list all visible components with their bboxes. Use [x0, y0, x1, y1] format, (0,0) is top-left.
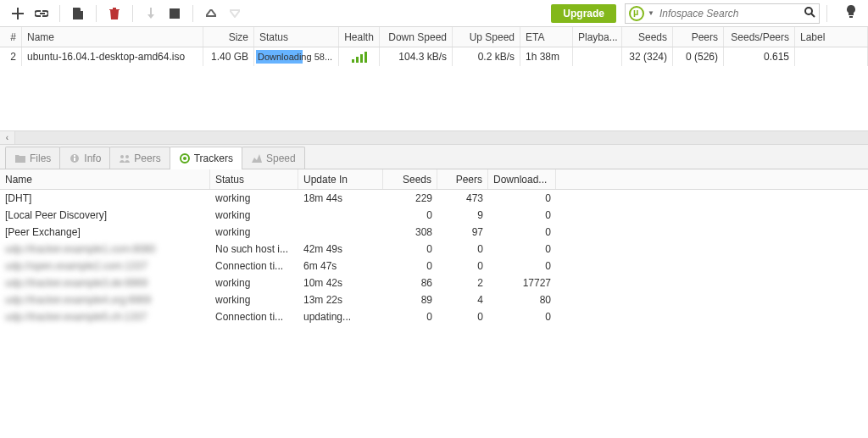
col-num-header[interactable]: #	[0, 27, 22, 47]
col-up-header[interactable]: Up Speed	[453, 27, 520, 47]
col-eta-header[interactable]: ETA	[520, 27, 573, 47]
tracker-seeds: 0	[383, 207, 437, 224]
col-seeds-header[interactable]: Seeds	[622, 27, 673, 47]
tracker-row[interactable]: [Local Peer Discovery]working090	[0, 207, 868, 224]
tracker-download: 0	[488, 308, 556, 325]
tracker-status: working	[210, 190, 298, 207]
tab-info[interactable]: Info	[59, 147, 110, 169]
tracker-update: 18m 44s	[298, 190, 383, 207]
search-provider-dropdown-icon[interactable]: ▼	[648, 9, 654, 17]
tracker-col-status[interactable]: Status	[210, 169, 298, 189]
col-down-header[interactable]: Down Speed	[380, 27, 453, 47]
tab-speed-label: Speed	[266, 152, 296, 164]
col-name-header[interactable]: Name	[22, 27, 203, 47]
tracker-col-seeds[interactable]: Seeds	[383, 169, 437, 189]
svg-rect-3	[74, 158, 75, 161]
tracker-update	[298, 207, 383, 224]
bulb-icon	[846, 5, 856, 19]
search-box[interactable]: µ ▼	[625, 3, 820, 24]
tracker-seeds: 89	[383, 291, 437, 308]
tracker-row[interactable]: udp://open.example2.com:1337Connection t…	[0, 258, 868, 274]
tab-files[interactable]: Files	[5, 147, 60, 169]
horizontal-scrollbar[interactable]: ‹	[0, 130, 868, 144]
tracker-col-update[interactable]: Update In	[298, 169, 383, 189]
torrent-sp-ratio: 0.615	[724, 47, 795, 66]
tracker-download: 17727	[488, 274, 556, 291]
tab-trackers[interactable]: Trackers	[170, 147, 242, 169]
tracker-peers: 97	[437, 224, 488, 241]
tab-info-label: Info	[84, 152, 101, 164]
torrent-name: ubuntu-16.04.1-desktop-amd64.iso	[22, 47, 203, 66]
tab-speed[interactable]: Speed	[242, 147, 305, 169]
tracker-name: [DHT]	[0, 190, 210, 207]
search-input[interactable]	[658, 7, 800, 20]
tracker-seeds: 0	[383, 258, 437, 274]
torrent-down-speed: 104.3 kB/s	[380, 47, 453, 66]
download-arrow-icon	[146, 8, 156, 19]
col-playback-header[interactable]: Playba...	[573, 27, 622, 47]
tracker-row[interactable]: [Peer Exchange]working308970	[0, 224, 868, 241]
tracker-update: 10m 42s	[298, 274, 383, 291]
add-url-button[interactable]	[31, 3, 53, 24]
torrent-size: 1.40 GB	[203, 47, 254, 66]
tracker-update	[298, 224, 383, 241]
stop-button[interactable]	[164, 3, 186, 24]
speed-icon	[251, 152, 263, 164]
tracker-col-peers[interactable]: Peers	[437, 169, 488, 189]
chevron-up-icon	[206, 9, 216, 18]
plus-icon	[12, 8, 24, 19]
separator	[96, 5, 97, 22]
utorrent-logo-icon: µ	[629, 6, 644, 21]
tracker-download: 80	[488, 291, 556, 308]
tracker-col-name[interactable]: Name	[0, 169, 210, 189]
col-status-header[interactable]: Status	[254, 27, 339, 47]
svg-point-6	[125, 155, 129, 158]
move-up-button[interactable]	[200, 3, 222, 24]
tracker-seeds: 308	[383, 224, 437, 241]
scroll-left-button[interactable]: ‹	[0, 131, 15, 144]
tips-button[interactable]	[841, 5, 861, 21]
torrent-row[interactable]: 2 ubuntu-16.04.1-desktop-amd64.iso 1.40 …	[0, 47, 868, 66]
add-torrent-button[interactable]	[7, 3, 29, 24]
toolbar: Upgrade µ ▼	[0, 0, 868, 27]
tracker-peers: 9	[437, 207, 488, 224]
tracker-download: 0	[488, 224, 556, 241]
col-health-header[interactable]: Health	[339, 27, 380, 47]
tab-peers[interactable]: Peers	[109, 147, 170, 169]
col-sp-header[interactable]: Seeds/Peers	[724, 27, 795, 47]
tracker-download: 0	[488, 190, 556, 207]
tracker-peers: 0	[437, 241, 488, 258]
delete-button[interactable]	[103, 3, 125, 24]
start-button[interactable]	[140, 3, 162, 24]
create-torrent-button[interactable]	[67, 3, 89, 24]
target-icon	[179, 152, 191, 164]
move-down-button[interactable]	[224, 3, 246, 24]
torrent-list-header: # Name Size Status Health Down Speed Up …	[0, 27, 868, 47]
tracker-row[interactable]: udp://tracker.example1.com:8080No such h…	[0, 241, 868, 258]
col-size-header[interactable]: Size	[203, 27, 254, 47]
stop-icon	[170, 8, 180, 19]
tracker-status: No such host i...	[210, 241, 298, 258]
col-label-header[interactable]: Label	[795, 27, 868, 47]
scroll-track[interactable]	[15, 131, 868, 144]
health-bars-icon	[352, 51, 367, 63]
tracker-row[interactable]: udp://tracker.example3.de:6969working10m…	[0, 274, 868, 291]
tracker-seeds: 229	[383, 190, 437, 207]
upgrade-button[interactable]: Upgrade	[551, 4, 616, 23]
tracker-col-down[interactable]: Download...	[488, 169, 556, 189]
separator	[59, 5, 60, 22]
torrent-health	[339, 47, 380, 66]
tracker-peers: 0	[437, 258, 488, 274]
tracker-row[interactable]: udp://tracker.example4.org:6969working13…	[0, 291, 868, 308]
trash-icon	[109, 8, 120, 19]
tracker-row[interactable]: [DHT]working18m 44s2294730	[0, 190, 868, 207]
search-submit-button[interactable]	[800, 6, 819, 20]
tracker-seeds: 0	[383, 308, 437, 325]
tracker-peers: 2	[437, 274, 488, 291]
torrent-eta: 1h 38m	[520, 47, 573, 66]
info-icon	[69, 152, 81, 164]
col-peers-header[interactable]: Peers	[673, 27, 724, 47]
tracker-status: Connection ti...	[210, 258, 298, 274]
tracker-row[interactable]: udp://tracker.example5.ch:1337Connection…	[0, 308, 868, 325]
tab-files-label: Files	[30, 152, 51, 164]
